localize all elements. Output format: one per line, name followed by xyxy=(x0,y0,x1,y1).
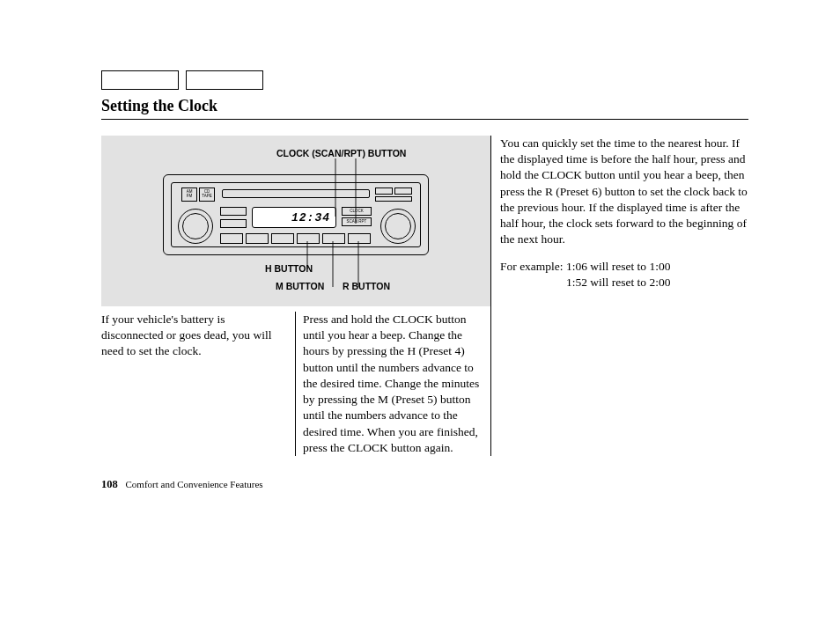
column-2-text: Press and hold the CLOCK button until yo… xyxy=(295,312,490,456)
scan-rpt-button: SCAN RPT xyxy=(342,217,372,226)
seek-up xyxy=(220,207,247,216)
cd-tape-button: CD TAPE xyxy=(199,188,215,202)
am-fm-button: AM FM xyxy=(181,188,197,202)
example-block: For example: 1:06 will reset to 1:00 1:5… xyxy=(500,259,748,290)
preset-6-r xyxy=(348,233,371,244)
preset-2 xyxy=(246,233,269,244)
header-placeholder-boxes xyxy=(101,70,748,90)
preset-5-m xyxy=(322,233,345,244)
column-3: You can quickly set the time to the near… xyxy=(490,136,748,456)
eject-area-2 xyxy=(394,188,412,195)
volume-knob xyxy=(182,213,209,239)
page-title: Setting the Clock xyxy=(101,97,748,115)
title-rule xyxy=(101,119,748,120)
eject-area-1 xyxy=(375,188,393,195)
example-line-1: 1:06 will reset to 1:00 xyxy=(566,260,671,273)
eject-area-3 xyxy=(375,196,412,202)
clock-button: CLOCK xyxy=(342,207,372,216)
content-columns: CLOCK (SCAN/RPT) BUTTON AM FM CD TAPE xyxy=(101,136,748,456)
page-number: 108 xyxy=(101,478,118,490)
footer-section-title: Comfort and Convenience Features xyxy=(126,479,263,489)
callout-clock-button: CLOCK (SCAN/RPT) BUTTON xyxy=(276,148,406,158)
preset-3 xyxy=(271,233,294,244)
column-1-text: If your vehicle's battery is disconnecte… xyxy=(101,312,295,456)
tune-knob xyxy=(385,213,411,239)
preset-1 xyxy=(220,233,243,244)
preset-4-h xyxy=(297,233,320,244)
example-label: For example: xyxy=(500,260,564,273)
example-line-2: 1:52 will reset to 2:00 xyxy=(566,276,671,289)
column-3-text: You can quickly set the time to the near… xyxy=(500,136,748,248)
callout-h-button: H BUTTON xyxy=(265,263,313,274)
callout-m-button: M BUTTON xyxy=(276,281,324,291)
callout-r-button: R BUTTON xyxy=(343,281,390,291)
page-footer: 108 Comfort and Convenience Features xyxy=(101,478,263,491)
header-box-2 xyxy=(186,70,263,90)
radio-face-outline: AM FM CD TAPE CD xyxy=(163,174,429,255)
clock-display: 12:34 xyxy=(252,207,336,228)
header-box-1 xyxy=(101,70,179,90)
seek-down xyxy=(220,219,247,228)
cd-slot xyxy=(222,189,370,198)
radio-figure: CLOCK (SCAN/RPT) BUTTON AM FM CD TAPE xyxy=(101,136,490,306)
